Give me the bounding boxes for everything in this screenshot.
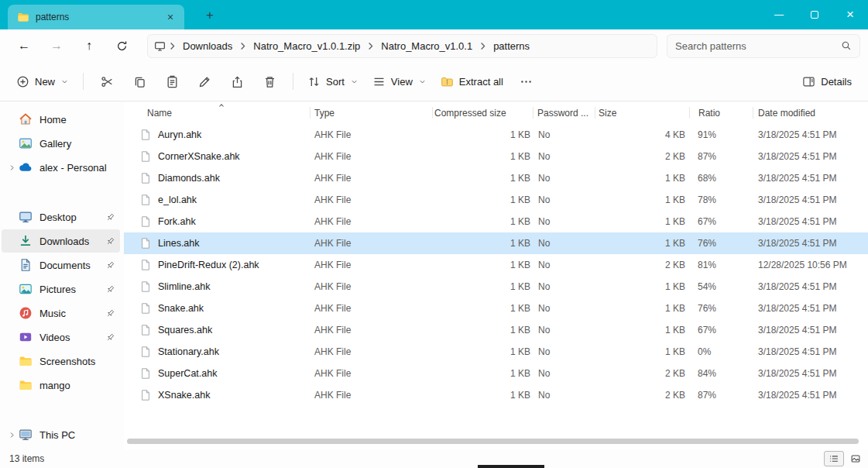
sidebar-item-label: Downloads [39,236,105,247]
column-header-label: Size [599,108,616,119]
sidebar-item-mango[interactable]: mango [2,373,120,397]
sidebar-item-home[interactable]: Home [2,108,120,131]
breadcrumb-item[interactable]: Natro_Macro_v1.0.1.zip [249,38,364,54]
file-row[interactable]: CornerXSnake.ahkAHK File1 KBNo2 KB87%3/1… [124,146,868,167]
file-size: 2 KB [595,384,689,406]
videos-icon [19,330,33,344]
delete-button[interactable] [253,68,286,95]
copy-button[interactable] [123,68,156,95]
sidebar-item-documents[interactable]: Documents [2,253,120,277]
sidebar-item-pictures[interactable]: Pictures [2,277,120,301]
tab-close-button[interactable]: × [163,9,178,25]
file-row[interactable]: Slimline.ahkAHK File1 KBNo1 KB54%3/18/20… [124,276,868,298]
file-compressed: 1 KB [432,254,533,276]
details-button-label: Details [821,76,852,88]
file-name-cell: Slimline.ahk [124,276,310,298]
file-size: 2 KB [595,146,689,167]
sidebar-item-alex-personal[interactable]: alex - Personal [2,156,120,179]
new-tab-button[interactable]: + [200,7,220,24]
sidebar-item-desktop[interactable]: Desktop [2,205,120,229]
column-header-label: Ratio [698,108,720,119]
close-button[interactable]: × [832,0,868,29]
command-toolbar: New Sort View Extract all Details [0,62,868,102]
maximize-icon [811,11,818,19]
sort-button[interactable]: Sort [300,68,365,95]
file-password: No [533,167,595,189]
file-name: CornerXSnake.ahk [158,151,240,162]
sidebar-item-downloads[interactable]: Downloads [2,229,120,253]
breadcrumb-item[interactable]: Downloads [179,38,236,54]
column-header-password[interactable]: Password ... [533,102,595,124]
paste-button[interactable] [156,68,188,95]
address-bar[interactable]: DownloadsNatro_Macro_v1.0.1.zipNatro_Mac… [147,34,657,58]
rename-button[interactable] [188,68,221,95]
forward-icon: → [50,39,63,53]
paste-icon [166,75,179,88]
file-row[interactable]: Squares.ahkAHK File1 KBNo1 KB67%3/18/202… [124,319,868,341]
sort-icon [307,75,321,88]
more-options-button[interactable] [510,68,543,95]
share-button[interactable] [221,68,253,95]
file-row[interactable]: Fork.ahkAHK File1 KBNo1 KB67%3/18/2025 4… [124,211,868,232]
refresh-button[interactable] [105,33,138,58]
breadcrumb-item[interactable]: patterns [489,38,533,54]
sidebar-item-videos[interactable]: Videos [2,325,120,349]
sidebar-item-gallery[interactable]: Gallery [2,132,120,155]
sidebar-item-screenshots[interactable]: Screenshots [2,349,120,373]
file-icon [139,150,152,163]
minimize-button[interactable]: — [761,0,797,29]
this-pc-icon [19,428,33,442]
file-icon [139,389,152,401]
file-compressed: 1 KB [432,384,533,406]
music-icon [19,306,33,320]
forward-button[interactable]: → [40,33,73,58]
file-icon [139,259,152,271]
sort-ascending-caret-icon[interactable] [217,102,226,110]
back-button[interactable]: ← [8,33,40,58]
file-modified: 3/18/2025 4:51 PM [753,319,868,341]
file-icon [139,324,152,336]
column-header-modified[interactable]: Date modified [753,102,868,124]
file-row[interactable]: Auryn.ahkAHK File1 KBNo4 KB91%3/18/2025 … [124,124,868,146]
thumbnail-view-icon [850,453,861,464]
file-row[interactable]: Diamonds.ahkAHK File1 KBNo1 KB68%3/18/20… [124,167,868,189]
sidebar-item-music[interactable]: Music [2,301,120,325]
search-box[interactable] [667,34,860,58]
thumbnail-view-toggle[interactable] [846,451,866,466]
column-header-size[interactable]: Size [595,102,689,124]
maximize-button[interactable] [797,0,832,29]
up-button[interactable]: ↑ [73,33,105,58]
file-row[interactable]: Stationary.ahkAHK File1 KBNo1 KB0%3/18/2… [124,341,868,363]
explorer-tab[interactable]: patterns × [8,5,184,29]
details-button[interactable]: Details [795,68,859,95]
view-button[interactable]: View [365,68,434,95]
file-icon [139,215,152,228]
file-row[interactable]: XSnake.ahkAHK File1 KBNo2 KB87%3/18/2025… [124,384,868,406]
home-icon [19,112,33,126]
new-button[interactable]: New [9,68,76,95]
column-header-compressed[interactable]: Compressed size [432,102,533,124]
cut-button[interactable] [91,68,123,95]
folder-icon [19,378,33,392]
file-row[interactable]: PineDrift-Redux (2).ahkAHK File1 KBNo2 K… [124,254,868,276]
chevron-right-icon[interactable] [5,431,19,439]
column-header-ratio[interactable]: Ratio [689,102,753,124]
file-type: AHK File [310,254,432,276]
rename-icon [198,75,211,88]
file-compressed: 1 KB [432,363,533,384]
file-modified: 3/18/2025 4:51 PM [753,341,868,363]
breadcrumb-item[interactable]: Natro_Macro_v1.0.1 [377,38,476,54]
taskbar-peek [478,465,544,468]
horizontal-scrollbar[interactable] [127,439,859,444]
sidebar-item-this-pc[interactable]: This PC [2,423,120,446]
extract-all-button[interactable]: Extract all [434,68,510,95]
file-row[interactable]: Snake.ahkAHK File1 KBNo1 KB76%3/18/2025 … [124,298,868,319]
chevron-right-icon[interactable] [5,163,19,172]
details-view-toggle[interactable] [824,451,844,466]
search-input[interactable] [675,40,841,52]
file-row[interactable]: SuperCat.ahkAHK File1 KBNo2 KB84%3/18/20… [124,363,868,384]
file-name: SuperCat.ahk [158,368,217,379]
column-header-type[interactable]: Type [310,102,432,124]
file-row[interactable]: Lines.ahkAHK File1 KBNo1 KB76%3/18/2025 … [124,232,868,254]
file-row[interactable]: e_lol.ahkAHK File1 KBNo1 KB78%3/18/2025 … [124,189,868,211]
